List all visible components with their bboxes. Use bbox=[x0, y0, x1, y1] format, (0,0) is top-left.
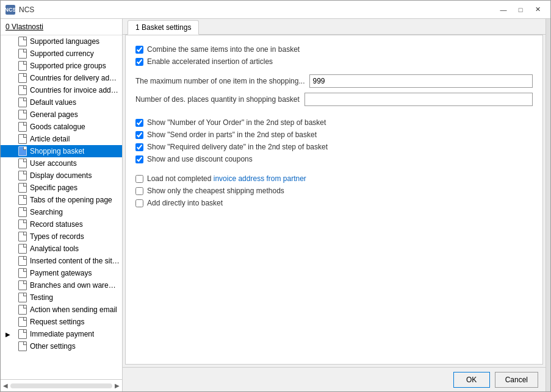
document-icon bbox=[18, 256, 27, 266]
cancel-button[interactable]: Cancel bbox=[495, 372, 538, 388]
document-icon bbox=[18, 159, 27, 168]
maximize-button[interactable]: □ bbox=[513, 4, 528, 16]
sidebar-item-testing[interactable]: Testing bbox=[1, 291, 122, 304]
document-icon bbox=[18, 305, 27, 315]
minimize-button[interactable]: — bbox=[495, 4, 511, 16]
ok-button[interactable]: OK bbox=[453, 372, 490, 388]
sidebar-item-label: User accounts bbox=[30, 159, 77, 168]
sidebar-item-default-values[interactable]: Default values bbox=[1, 96, 122, 109]
sidebar-item-supported-currency[interactable]: Supported currency bbox=[1, 48, 122, 60]
show-discount-checkbox[interactable] bbox=[135, 155, 143, 163]
sidebar-item-label: Display documents bbox=[30, 171, 92, 180]
right-scroll-accent bbox=[546, 19, 550, 391]
tab-basket-settings[interactable]: 1 Basket settings bbox=[128, 20, 199, 35]
sidebar-item-goods-catalogue[interactable]: Goods catalogue bbox=[1, 121, 122, 133]
sidebar-item-label: Goods catalogue bbox=[30, 123, 85, 131]
main-window: NCS NCS — □ ✕ 0 Vlastnosti Supported lan… bbox=[0, 0, 551, 392]
sidebar-item-label: Shopping basket bbox=[30, 147, 84, 155]
sidebar-item-record-statuses[interactable]: Record statuses bbox=[1, 218, 122, 230]
sidebar-items: Supported languagesSupported currencySup… bbox=[1, 35, 122, 379]
max-item-input[interactable] bbox=[309, 74, 533, 88]
load-invoice-checkbox[interactable] bbox=[135, 175, 143, 183]
sidebar-item-countries-delivery[interactable]: Countries for delivery address bbox=[1, 72, 122, 84]
close-button[interactable]: ✕ bbox=[530, 4, 546, 16]
document-icon bbox=[18, 244, 27, 254]
title-bar-left: NCS NCS bbox=[5, 5, 34, 15]
document-icon bbox=[18, 85, 27, 95]
des-places-input[interactable] bbox=[304, 93, 533, 106]
sidebar-item-display-documents[interactable]: Display documents bbox=[1, 169, 122, 182]
checkbox-show-delivery-date: Show "Required delivery date" in the 2nd… bbox=[135, 143, 533, 151]
sidebar-item-general-pages[interactable]: General pages bbox=[1, 109, 122, 121]
sidebar-item-label: Inserted content of the sites bbox=[30, 257, 120, 265]
enable-accelerated-checkbox[interactable] bbox=[135, 58, 143, 66]
sidebar-item-other-settings[interactable]: Other settings bbox=[1, 340, 122, 352]
add-directly-checkbox[interactable] bbox=[135, 199, 143, 207]
sidebar-item-tabs-opening-page[interactable]: Tabs of the opening page bbox=[1, 194, 122, 206]
checkbox-enable-accelerated: Enable accelerated insertion of articles bbox=[135, 57, 273, 66]
document-icon bbox=[18, 122, 27, 132]
sidebar-item-action-sending-email[interactable]: Action when sending email bbox=[1, 304, 122, 316]
sidebar-item-shopping-basket[interactable]: Shopping basket bbox=[1, 145, 122, 157]
sidebar-item-branches-warehouse[interactable]: Branches and own warehouse bbox=[1, 279, 122, 291]
sidebar-item-label: Types of records bbox=[30, 232, 84, 241]
scroll-track[interactable] bbox=[10, 383, 112, 388]
document-icon bbox=[18, 146, 27, 156]
document-icon bbox=[18, 49, 27, 59]
add-directly-label: Add directly into basket bbox=[147, 199, 223, 207]
sidebar-item-inserted-content[interactable]: Inserted content of the sites bbox=[1, 255, 122, 267]
sidebar-item-label: Immediate payment bbox=[30, 330, 94, 338]
sidebar-item-label: Payment gateways bbox=[30, 269, 92, 277]
sidebar-item-specific-pages[interactable]: Specific pages bbox=[1, 182, 122, 194]
sidebar-item-label: Branches and own warehouse bbox=[30, 281, 120, 290]
show-delivery-date-checkbox[interactable] bbox=[135, 143, 143, 151]
scroll-right-icon[interactable]: ▶ bbox=[115, 382, 120, 389]
sidebar-item-label: Tabs of the opening page bbox=[30, 196, 112, 204]
enable-accelerated-label: Enable accelerated insertion of articles bbox=[147, 57, 273, 66]
sidebar-item-supported-price-groups[interactable]: Supported price groups bbox=[1, 60, 122, 72]
document-icon bbox=[18, 268, 27, 278]
document-icon bbox=[18, 73, 27, 83]
sidebar-item-request-settings[interactable]: Request settings bbox=[1, 316, 122, 328]
sidebar-header[interactable]: 0 Vlastnosti bbox=[1, 19, 122, 35]
sidebar-item-countries-invoice[interactable]: Countries for invoice address bbox=[1, 84, 122, 96]
sidebar-item-searching[interactable]: Searching bbox=[1, 206, 122, 218]
show-send-parts-label: Show "Send order in parts" in the 2nd st… bbox=[147, 130, 317, 139]
document-icon bbox=[18, 329, 27, 339]
invoice-link[interactable]: invoice address from partner bbox=[214, 174, 306, 183]
max-item-row: The maximum number of one item in the sh… bbox=[135, 74, 533, 88]
tabs-bar: 1 Basket settings bbox=[123, 20, 546, 35]
checkbox-add-directly: Add directly into basket bbox=[135, 199, 533, 207]
bottom-bar: OK Cancel bbox=[123, 367, 546, 391]
sidebar-item-payment-gateways[interactable]: Payment gateways bbox=[1, 267, 122, 279]
show-cheapest-checkbox[interactable] bbox=[135, 187, 143, 195]
combine-same-checkbox[interactable] bbox=[135, 46, 143, 54]
sidebar-item-label: Record statuses bbox=[30, 220, 83, 229]
document-icon bbox=[18, 110, 27, 119]
document-icon bbox=[18, 183, 27, 193]
sidebar-item-analytical-tools[interactable]: Analytical tools bbox=[1, 243, 122, 255]
app-icon: NCS bbox=[5, 5, 15, 15]
sidebar-item-immediate-payment[interactable]: ▶Immediate payment bbox=[1, 328, 122, 340]
show-order-number-checkbox[interactable] bbox=[135, 119, 143, 127]
sidebar-item-label: Supported languages bbox=[30, 37, 99, 46]
sidebar-item-article-detail[interactable]: Article detail bbox=[1, 133, 122, 145]
document-icon bbox=[18, 280, 27, 290]
sidebar-item-user-accounts[interactable]: User accounts bbox=[1, 157, 122, 169]
document-icon bbox=[18, 207, 27, 217]
sidebar-item-supported-languages[interactable]: Supported languages bbox=[1, 35, 122, 48]
max-item-label: The maximum number of one item in the sh… bbox=[135, 77, 304, 85]
sidebar-item-label: Supported price groups bbox=[30, 62, 106, 70]
title-controls: — □ ✕ bbox=[495, 4, 546, 16]
checkbox-show-send-parts: Show "Send order in parts" in the 2nd st… bbox=[135, 130, 533, 139]
document-icon bbox=[18, 37, 27, 46]
sidebar-item-label: Action when sending email bbox=[30, 305, 117, 314]
scroll-left-icon[interactable]: ◀ bbox=[3, 382, 8, 389]
des-places-row: Number of des. places quantity in shoppi… bbox=[135, 93, 533, 106]
document-icon bbox=[18, 171, 27, 180]
checkbox-show-cheapest: Show only the cheapest shipping methods bbox=[135, 187, 533, 195]
show-send-parts-checkbox[interactable] bbox=[135, 131, 143, 139]
combine-same-label: Combine the same items into the one in b… bbox=[147, 45, 300, 54]
sidebar-item-types-of-records[interactable]: Types of records bbox=[1, 230, 122, 243]
document-icon bbox=[18, 341, 27, 351]
